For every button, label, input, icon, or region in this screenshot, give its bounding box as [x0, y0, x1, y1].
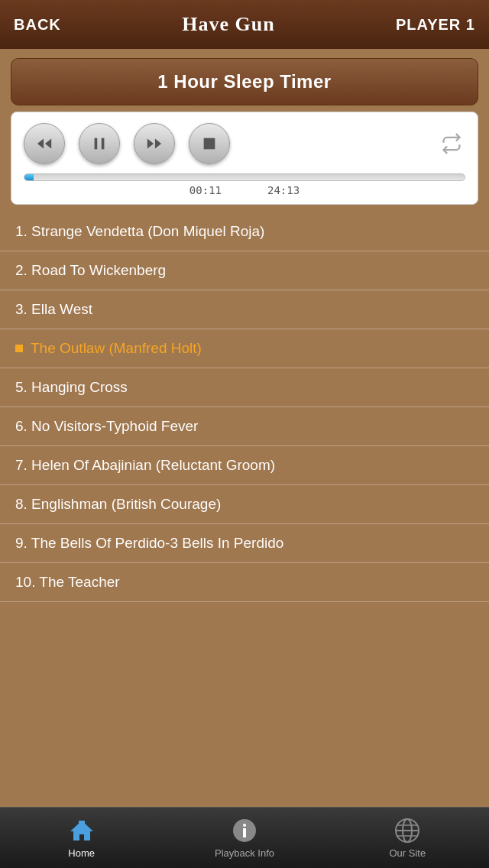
- player-controls-box: 00:11 24:13: [11, 112, 478, 205]
- globe-icon-svg: [394, 818, 420, 844]
- track-item-6[interactable]: 6. No Visitors-Typhoid Fever: [0, 407, 489, 446]
- pause-icon: [91, 135, 108, 152]
- back-button[interactable]: BACK: [14, 16, 61, 34]
- track-label: 6. No Visitors-Typhoid Fever: [15, 418, 198, 435]
- track-item-2[interactable]: 2. Road To Wickenberg: [0, 251, 489, 290]
- track-item-9[interactable]: 9. The Bells Of Perdido-3 Bells In Perdi…: [0, 524, 489, 563]
- track-label: 5. Hanging Cross: [15, 379, 128, 396]
- svg-point-10: [243, 824, 246, 827]
- svg-marker-4: [147, 139, 154, 149]
- track-label: 1. Strange Vendetta (Don Miquel Roja): [15, 223, 264, 240]
- home-icon-svg: [69, 818, 95, 844]
- total-time: 24:13: [267, 184, 300, 196]
- svg-rect-3: [102, 138, 105, 150]
- progress-fill: [24, 174, 34, 180]
- track-item-7[interactable]: 7. Helen Of Abajinian (Reluctant Groom): [0, 446, 489, 485]
- svg-marker-5: [155, 139, 161, 149]
- track-item-8[interactable]: 8. Englishman (British Courage): [0, 485, 489, 524]
- tab-site-label: Our Site: [389, 847, 426, 859]
- rewind-icon: [36, 135, 53, 152]
- app-title: Have Gun: [182, 13, 274, 36]
- svg-rect-2: [95, 138, 98, 150]
- rewind-button[interactable]: [24, 123, 65, 164]
- track-item-1[interactable]: 1. Strange Vendetta (Don Miquel Roja): [0, 212, 489, 251]
- tab-playback[interactable]: Playback Info: [163, 808, 325, 868]
- fast-forward-button[interactable]: [134, 123, 175, 164]
- track-label: The Outlaw (Manfred Holt): [31, 340, 202, 357]
- tab-playback-label: Playback Info: [215, 847, 274, 859]
- home-icon: [68, 817, 96, 844]
- track-item-5[interactable]: 5. Hanging Cross: [0, 368, 489, 407]
- track-label: 9. The Bells Of Perdido-3 Bells In Perdi…: [15, 535, 283, 552]
- sleep-timer-label: 1 Hour Sleep Timer: [157, 71, 331, 92]
- svg-rect-11: [243, 828, 246, 837]
- app-header: BACK Have Gun PLAYER 1: [0, 0, 489, 49]
- current-time: 00:11: [189, 184, 222, 196]
- active-indicator: [15, 345, 23, 352]
- tab-home-label: Home: [68, 847, 95, 859]
- svg-marker-1: [45, 139, 51, 149]
- track-item-3[interactable]: 3. Ella West: [0, 290, 489, 329]
- track-item-10[interactable]: 10. The Teacher: [0, 563, 489, 602]
- track-label: 2. Road To Wickenberg: [15, 262, 166, 279]
- repeat-icon: [441, 133, 462, 154]
- stop-icon: [201, 135, 218, 152]
- info-icon: [231, 817, 258, 844]
- repeat-button[interactable]: [438, 130, 465, 157]
- globe-icon: [393, 817, 421, 844]
- sleep-timer-banner[interactable]: 1 Hour Sleep Timer: [11, 58, 478, 105]
- track-label: 10. The Teacher: [15, 574, 120, 591]
- progress-track: [24, 173, 465, 181]
- progress-container[interactable]: [24, 173, 465, 181]
- tab-bar: Home Playback Info Our Site: [0, 807, 489, 868]
- tab-site[interactable]: Our Site: [326, 808, 489, 868]
- track-label: 8. Englishman (British Courage): [15, 496, 221, 513]
- track-label: 7. Helen Of Abajinian (Reluctant Groom): [15, 457, 275, 474]
- track-list: 1. Strange Vendetta (Don Miquel Roja)2. …: [0, 212, 489, 810]
- stop-button[interactable]: [189, 123, 230, 164]
- tab-home[interactable]: Home: [0, 808, 163, 868]
- time-row: 00:11 24:13: [24, 184, 465, 196]
- fast-forward-icon: [146, 135, 163, 152]
- track-label: 3. Ella West: [15, 301, 92, 318]
- svg-rect-6: [204, 138, 215, 150]
- svg-rect-8: [79, 821, 85, 827]
- controls-row: [24, 123, 465, 164]
- track-item-4[interactable]: The Outlaw (Manfred Holt): [0, 329, 489, 368]
- info-icon-svg: [232, 818, 257, 844]
- pause-button[interactable]: [79, 123, 120, 164]
- player-indicator: PLAYER 1: [396, 16, 475, 34]
- svg-marker-0: [37, 139, 44, 149]
